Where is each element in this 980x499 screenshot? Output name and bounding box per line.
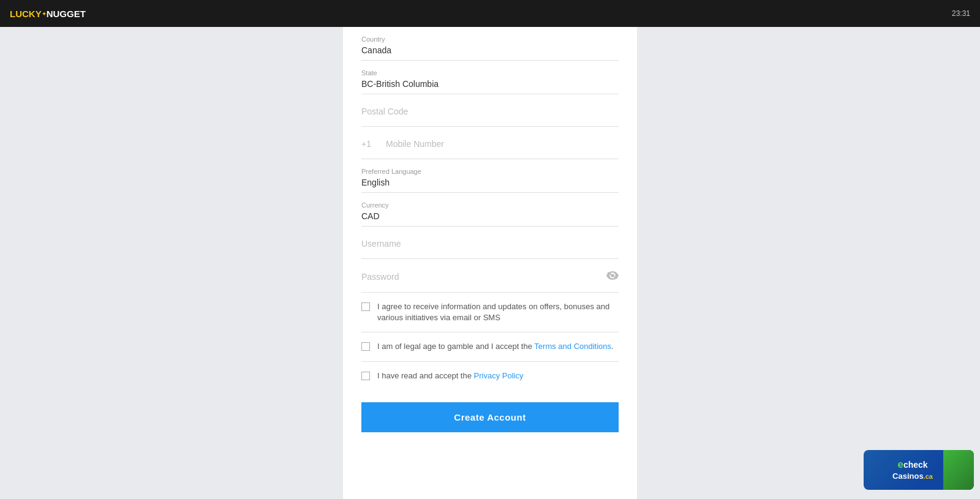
state-field[interactable]: State BC-British Columbia [361,61,619,94]
language-value: English [361,178,619,187]
language-field[interactable]: Preferred Language English [361,159,619,193]
mobile-field[interactable]: +1 Mobile Number [361,127,619,159]
logo-star: ✦ [42,10,47,17]
topbar-time: 23:31 [952,9,970,18]
privacy-link[interactable]: Privacy Policy [474,371,524,380]
phone-prefix: +1 [361,139,376,149]
offers-checkbox-row: I agree to receive information and updat… [361,293,619,332]
legal-label-before: I am of legal age to gamble and I accept… [377,342,534,351]
language-label: Preferred Language [361,168,619,175]
postal-field[interactable]: Postal Code [361,94,619,127]
currency-label: Currency [361,201,619,209]
center-panel: Country Canada State BC-British Columbia… [343,27,637,499]
left-panel [0,27,343,499]
privacy-label-before: I have read and accept the [377,371,474,380]
state-value: BC-British Columbia [361,79,619,89]
username-field[interactable]: Username [361,227,619,259]
topbar: LUCKY ✦ NUGGET 23:31 [0,0,980,27]
echeck-watermark: echeck Casinos.ca [864,450,974,493]
legal-label: I am of legal age to gamble and I accept… [377,341,614,352]
password-toggle-icon[interactable] [606,271,619,282]
password-row: Password [361,271,619,282]
username-placeholder: Username [361,239,619,249]
postal-placeholder: Postal Code [361,107,619,116]
country-field[interactable]: Country Canada [361,27,619,61]
offers-label: I agree to receive information and updat… [377,301,619,323]
mobile-input-row: +1 Mobile Number [361,139,619,149]
password-placeholder: Password [361,272,399,282]
privacy-label: I have read and accept the Privacy Polic… [377,370,523,381]
privacy-checkbox[interactable] [361,372,370,380]
logo: LUCKY ✦ NUGGET [10,9,86,19]
phone-placeholder: Mobile Number [386,139,444,149]
terms-link[interactable]: Terms and Conditions [534,342,611,351]
logo-lucky: LUCKY [10,9,42,19]
offers-checkbox[interactable] [361,302,370,311]
country-label: Country [361,36,619,43]
legal-checkbox[interactable] [361,342,370,351]
right-panel [637,27,980,499]
currency-value: CAD [361,211,619,221]
logo-nugget: NUGGET [47,9,86,19]
country-value: Canada [361,45,619,55]
main-layout: Country Canada State BC-British Columbia… [0,27,980,499]
privacy-checkbox-row: I have read and accept the Privacy Polic… [361,362,619,390]
legal-checkbox-row: I am of legal age to gamble and I accept… [361,332,619,361]
state-label: State [361,69,619,77]
currency-field[interactable]: Currency CAD [361,193,619,227]
password-field[interactable]: Password [361,259,619,293]
legal-label-after: . [611,342,614,351]
create-account-button[interactable]: Create Account [361,402,619,432]
